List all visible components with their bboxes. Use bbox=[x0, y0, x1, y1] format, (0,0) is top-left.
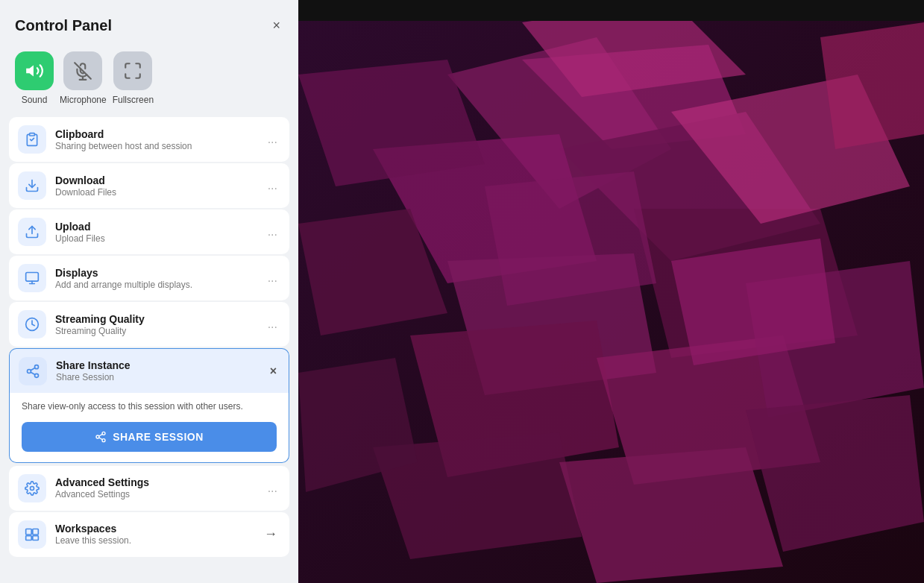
sound-label: Sound bbox=[22, 95, 48, 105]
menu-item-share-instance[interactable]: Share Instance Share Session × bbox=[9, 348, 289, 393]
share-instance-close[interactable]: × bbox=[267, 362, 280, 381]
streaming-quality-action[interactable]: ... bbox=[265, 315, 280, 334]
menu-item-upload[interactable]: Upload Upload Files ... bbox=[9, 209, 289, 254]
download-title: Download bbox=[55, 174, 265, 186]
microphone-icon bbox=[73, 61, 92, 81]
bottom-menu-list: Advanced Settings Advanced Settings ... … bbox=[0, 466, 298, 557]
share-session-button[interactable]: SHARE SESSION bbox=[22, 422, 277, 452]
svg-rect-44 bbox=[26, 535, 32, 540]
advanced-settings-icon bbox=[25, 481, 40, 496]
upload-title: Upload bbox=[55, 221, 265, 233]
menu-item-download[interactable]: Download Download Files ... bbox=[9, 163, 289, 208]
fullscreen-icon-bg bbox=[113, 51, 152, 90]
sound-icon bbox=[25, 61, 44, 81]
streaming-quality-icon bbox=[25, 317, 40, 332]
share-session-btn-label: SHARE SESSION bbox=[113, 431, 204, 443]
svg-rect-24 bbox=[30, 133, 35, 136]
workspaces-action[interactable]: → bbox=[261, 523, 280, 545]
clipboard-text: Clipboard Sharing between host and sessi… bbox=[55, 128, 265, 151]
quick-action-fullscreen[interactable]: Fullscreen bbox=[113, 51, 154, 105]
share-expanded-panel: Share view-only access to this session w… bbox=[9, 393, 289, 463]
fullscreen-label: Fullscreen bbox=[113, 95, 154, 105]
clipboard-icon bbox=[25, 132, 40, 147]
share-instance-icon bbox=[25, 364, 40, 379]
panel-header: Control Panel × bbox=[0, 0, 298, 45]
clipboard-title: Clipboard bbox=[55, 128, 265, 140]
close-button[interactable]: × bbox=[269, 15, 283, 37]
svg-marker-19 bbox=[671, 239, 835, 365]
top-bar bbox=[298, 0, 924, 21]
workspaces-icon-container bbox=[18, 520, 46, 549]
upload-subtitle: Upload Files bbox=[55, 233, 265, 244]
download-icon bbox=[25, 178, 40, 193]
quick-actions-row: Sound Microphone Fullscreen bbox=[0, 45, 298, 117]
quick-action-microphone[interactable]: Microphone bbox=[60, 51, 107, 105]
streaming-quality-text: Streaming Quality Streaming Quality bbox=[55, 313, 265, 336]
microphone-label: Microphone bbox=[60, 95, 107, 105]
clipboard-action[interactable]: ... bbox=[265, 130, 280, 149]
advanced-settings-text: Advanced Settings Advanced Settings bbox=[55, 476, 265, 500]
control-panel: Control Panel Control Panel × Sound bbox=[0, 0, 298, 583]
advanced-settings-title: Advanced Settings bbox=[55, 476, 265, 488]
menu-item-advanced-settings[interactable]: Advanced Settings Advanced Settings ... bbox=[9, 466, 289, 511]
displays-text: Displays Add and arrange multiple displa… bbox=[55, 267, 265, 290]
svg-line-39 bbox=[99, 438, 103, 440]
clipboard-icon-container bbox=[18, 125, 46, 154]
displays-action[interactable]: ... bbox=[265, 268, 280, 288]
streaming-quality-subtitle: Streaming Quality bbox=[55, 326, 265, 336]
share-session-btn-icon bbox=[95, 431, 107, 443]
menu-item-displays[interactable]: Displays Add and arrange multiple displa… bbox=[9, 256, 289, 300]
streaming-quality-icon-container bbox=[18, 310, 46, 338]
upload-action[interactable]: ... bbox=[265, 222, 280, 242]
polygon-background bbox=[298, 0, 924, 583]
upload-icon bbox=[25, 224, 40, 239]
share-instance-subtitle: Share Session bbox=[56, 372, 267, 382]
streaming-quality-title: Streaming Quality bbox=[55, 313, 265, 325]
download-action[interactable]: ... bbox=[265, 176, 280, 195]
workspaces-subtitle: Leave this session. bbox=[55, 535, 261, 546]
displays-title: Displays bbox=[55, 267, 265, 279]
menu-item-clipboard[interactable]: Clipboard Sharing between host and sessi… bbox=[9, 117, 289, 162]
svg-point-41 bbox=[31, 486, 34, 490]
advanced-settings-action[interactable]: ... bbox=[265, 479, 280, 498]
upload-icon-container bbox=[18, 218, 46, 246]
workspaces-title: Workspaces bbox=[55, 523, 261, 535]
panel-title: Control Panel bbox=[15, 17, 112, 34]
svg-line-40 bbox=[99, 434, 103, 436]
download-subtitle: Download Files bbox=[55, 187, 265, 198]
displays-subtitle: Add and arrange multiple displays. bbox=[55, 280, 265, 290]
share-instance-title: Share Instance bbox=[56, 359, 267, 371]
svg-marker-20 bbox=[485, 171, 656, 306]
workspaces-icon bbox=[25, 527, 40, 542]
menu-list: Clipboard Sharing between host and sessi… bbox=[0, 117, 298, 393]
svg-rect-42 bbox=[26, 529, 32, 535]
upload-text: Upload Upload Files bbox=[55, 221, 265, 244]
advanced-settings-icon-container bbox=[18, 474, 46, 502]
svg-rect-43 bbox=[33, 529, 39, 535]
workspaces-text: Workspaces Leave this session. bbox=[55, 523, 261, 546]
microphone-icon-bg bbox=[63, 51, 102, 90]
share-instance-text: Share Instance Share Session bbox=[56, 359, 267, 382]
displays-icon-container bbox=[18, 264, 46, 292]
advanced-settings-subtitle: Advanced Settings bbox=[55, 489, 265, 500]
svg-marker-18 bbox=[820, 22, 924, 149]
menu-item-workspaces[interactable]: Workspaces Leave this session. → bbox=[9, 512, 289, 557]
quick-action-sound[interactable]: Sound bbox=[15, 51, 54, 105]
share-instance-icon-container bbox=[19, 357, 47, 385]
svg-rect-45 bbox=[33, 535, 39, 540]
displays-icon bbox=[25, 271, 40, 286]
svg-line-35 bbox=[31, 368, 35, 370]
svg-line-34 bbox=[31, 372, 35, 374]
svg-rect-27 bbox=[26, 273, 39, 282]
menu-item-streaming-quality[interactable]: Streaming Quality Streaming Quality ... bbox=[9, 302, 289, 347]
svg-marker-12 bbox=[559, 447, 783, 583]
clipboard-subtitle: Sharing between host and session bbox=[55, 141, 265, 151]
share-description: Share view-only access to this session w… bbox=[22, 400, 277, 413]
download-text: Download Download Files bbox=[55, 174, 265, 198]
sound-icon-bg bbox=[15, 51, 54, 90]
fullscreen-icon bbox=[123, 61, 142, 81]
download-icon-container bbox=[18, 171, 46, 200]
